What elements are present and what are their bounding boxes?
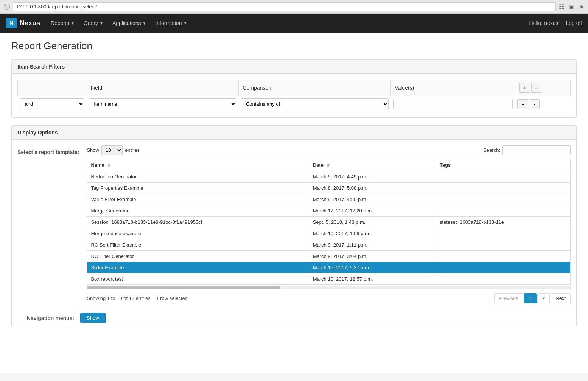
report-table-body: Reduction GeneratorMarch 9, 2017, 4:49 p… — [87, 171, 571, 285]
table-cell-tags — [436, 228, 570, 239]
show-nav-menus-button[interactable]: Show — [80, 313, 106, 323]
table-cell-name: Merge reduce example — [87, 228, 309, 239]
table-cell-date: March 12, 2017, 12:20 p.m. — [309, 205, 436, 217]
table-header-row: Name ⇵ Date ⇵ Tags — [87, 159, 571, 171]
info-icon: i — [4, 4, 10, 10]
table-cell-name: RC Sort Filter Example — [87, 239, 309, 251]
brand[interactable]: N Nexus — [6, 18, 40, 28]
filter-comparison-select[interactable]: Contains any of Equals Starts with — [241, 98, 389, 109]
greeting: Hello, nexus! — [529, 20, 560, 26]
brand-name: Nexus — [20, 19, 40, 27]
table-cell-name: Tag Properties Example — [87, 183, 309, 194]
filter-comparison-cell: Contains any of Equals Starts with — [239, 96, 391, 112]
show-label: Show — [87, 147, 99, 153]
entries-label: entries — [125, 147, 140, 153]
filter-col-logic — [18, 80, 87, 96]
footer-info-text: Showing 1 to 10 of 13 entries — [87, 295, 150, 301]
entries-per-page-select[interactable]: 10 25 50 100 — [101, 145, 123, 155]
name-sort-icon: ⇵ — [107, 163, 110, 167]
search-group: Search: — [483, 145, 571, 155]
row-remove-filter-button[interactable]: - — [530, 99, 540, 109]
table-cell-date: March 10, 2017, 12:57 p.m. — [309, 273, 436, 285]
datatable-controls: Show 10 25 50 100 entries Search: — [87, 145, 571, 155]
page-2-button[interactable]: 2 — [537, 293, 550, 303]
nav-menus-row: Navigation menus: Show — [12, 309, 576, 327]
filter-value-input[interactable] — [393, 99, 513, 109]
search-input[interactable] — [502, 145, 571, 155]
page-title: Report Generation — [11, 40, 577, 52]
page-1-button[interactable]: 1 — [524, 293, 537, 303]
filter-col-values: Value(s) — [391, 80, 515, 96]
pagination-buttons: Previous 1 2 Next — [494, 293, 571, 303]
table-cell-name: Value Filter Example — [87, 194, 309, 205]
nav-menus-label: Navigation menus: — [17, 315, 74, 321]
col-tags-header: Tags — [436, 159, 570, 171]
url-bar[interactable]: 127.0.0.1:8000/reports/report_select/ — [13, 2, 556, 11]
table-cell-name: Slider Example — [87, 262, 309, 273]
browser-icons: ☷ ▣ ★ — [559, 3, 584, 10]
table-row[interactable]: RC Filter GeneratorMarch 9, 2017, 3:04 p… — [87, 251, 571, 262]
table-row[interactable]: Slider ExampleMarch 15, 2017, 9:37 a.m. — [87, 262, 571, 273]
display-options-layout: Select a report template: Show 10 25 50 … — [12, 140, 576, 309]
scroll-thumb — [87, 286, 280, 289]
table-cell-tags — [436, 205, 570, 217]
table-row[interactable]: Merge reduce exampleMarch 10, 2017, 1:06… — [87, 228, 571, 239]
table-cell-tags — [436, 262, 570, 273]
sidebar-icon[interactable]: ▣ — [569, 3, 574, 10]
next-button[interactable]: Next — [551, 293, 571, 303]
table-cell-date: March 8, 2017, 5:08 p.m. — [309, 183, 436, 194]
extension-icon[interactable]: ☷ — [559, 3, 564, 10]
logoff-link[interactable]: Log off — [566, 20, 582, 26]
filter-logic-cell: and or — [18, 96, 87, 112]
filter-row: and or Item name Tag Category — [18, 96, 571, 112]
table-cell-name: Merge Generator — [87, 205, 309, 217]
table-row[interactable]: RC Sort Filter ExampleMarch 9, 2017, 1:1… — [87, 239, 571, 251]
browser-chrome: i 127.0.0.1:8000/reports/report_select/ … — [0, 0, 588, 14]
table-cell-tags — [436, 239, 570, 251]
filter-col-field: Field — [87, 80, 239, 96]
table-cell-date: March 10, 2017, 1:06 p.m. — [309, 228, 436, 239]
item-search-filters-panel: Item Search Filters Field Comparison Val… — [11, 59, 577, 118]
item-search-filters-body: Field Comparison Value(s) + - — [12, 74, 576, 117]
navbar: N Nexus Reports ▼ Query ▼ Applications ▼… — [0, 14, 588, 33]
navbar-right: Hello, nexus! Log off — [529, 20, 582, 26]
nav-information[interactable]: Information ▼ — [151, 14, 191, 33]
header-add-filter-button[interactable]: + — [519, 83, 530, 93]
table-cell-date: March 9, 2017, 3:04 p.m. — [309, 251, 436, 262]
report-table: Name ⇵ Date ⇵ Tags — [87, 159, 571, 285]
datatable-footer: Showing 1 to 10 of 13 entries 1 row sele… — [87, 293, 571, 303]
table-row[interactable]: Reduction GeneratorMarch 9, 2017, 4:49 p… — [87, 171, 571, 183]
table-cell-tags: stateset=1683a718-b133-11e — [436, 217, 570, 228]
table-row[interactable]: Tag Properties ExampleMarch 8, 2017, 5:0… — [87, 183, 571, 194]
row-add-filter-button[interactable]: + — [517, 99, 529, 109]
previous-button[interactable]: Previous — [494, 293, 523, 303]
table-cell-tags — [436, 194, 570, 205]
table-cell-date: March 9, 2017, 4:50 p.m. — [309, 194, 436, 205]
table-cell-name: Reduction Generator — [87, 171, 309, 183]
filter-table: Field Comparison Value(s) + - — [17, 80, 571, 112]
query-caret: ▼ — [100, 21, 103, 25]
filter-actions-cell: + - — [515, 96, 570, 112]
table-cell-date: Sept. 5, 2018, 1:43 p.m. — [309, 217, 436, 228]
filter-field-select[interactable]: Item name Tag Category — [89, 98, 236, 109]
table-row[interactable]: Session=1683a718-b133-11e8-91bc-8f1a4919… — [87, 217, 571, 228]
filter-logic-select[interactable]: and or — [20, 98, 85, 109]
row-selected-info: 1 row selected — [156, 295, 188, 301]
item-search-filters-heading: Item Search Filters — [12, 60, 576, 74]
table-row[interactable]: Value Filter ExampleMarch 9, 2017, 4:50 … — [87, 194, 571, 205]
search-label: Search: — [483, 147, 500, 153]
table-row[interactable]: Box report testMarch 10, 2017, 12:57 p.m… — [87, 273, 571, 285]
table-row[interactable]: Merge GeneratorMarch 12, 2017, 12:20 p.m… — [87, 205, 571, 217]
header-remove-filter-button[interactable]: - — [531, 83, 541, 93]
filter-col-actions: + - — [515, 80, 570, 96]
bookmark-icon[interactable]: ★ — [579, 3, 584, 10]
col-date-header[interactable]: Date ⇵ — [309, 159, 436, 171]
col-name-header[interactable]: Name ⇵ — [87, 159, 309, 171]
horizontal-scrollbar[interactable] — [87, 286, 571, 289]
table-cell-tags — [436, 171, 570, 183]
nav-reports[interactable]: Reports ▼ — [46, 14, 79, 33]
nav-applications[interactable]: Applications ▼ — [108, 14, 151, 33]
show-entries-group: Show 10 25 50 100 entries — [87, 145, 140, 155]
nav-query[interactable]: Query ▼ — [79, 14, 108, 33]
report-table-container: Show 10 25 50 100 entries Search: — [87, 145, 571, 303]
